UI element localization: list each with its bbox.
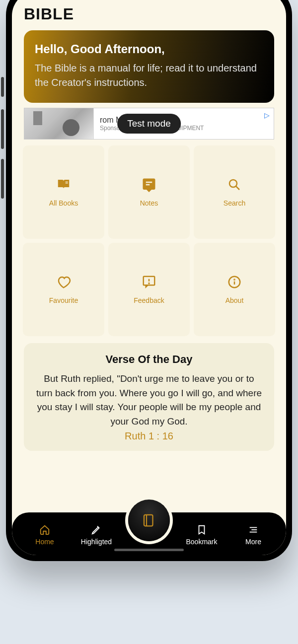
- book-open-icon: [56, 177, 71, 192]
- verse-of-the-day-card: Verse Of the Day But Ruth replied, "Don'…: [24, 343, 274, 451]
- nav-label: Home: [35, 538, 54, 546]
- app-screen: BIBLE Hello, Good Afternoon, The Bible i…: [12, 0, 286, 555]
- pencil-icon: [91, 524, 102, 535]
- device-frame: BIBLE Hello, Good Afternoon, The Bible i…: [6, 0, 292, 561]
- svg-point-0: [229, 180, 237, 187]
- nav-label: Highligted: [81, 538, 112, 546]
- ad-banner[interactable]: rom Mexico... Sponsored by · FITNESS EQU…: [24, 108, 274, 140]
- notes-tile[interactable]: Notes: [108, 145, 190, 239]
- feedback-icon: [142, 275, 156, 289]
- nav-label: More: [245, 538, 261, 546]
- nav-bookmark[interactable]: Bookmark: [183, 524, 221, 546]
- tile-label: Feedback: [134, 296, 164, 304]
- more-icon: [248, 524, 259, 535]
- volume-up-button: [1, 77, 4, 97]
- adchoices-icon[interactable]: ▷: [264, 111, 270, 119]
- tile-label: All Books: [49, 199, 78, 207]
- nav-more[interactable]: More: [234, 524, 272, 546]
- tile-label: About: [225, 296, 244, 304]
- svg-point-7: [234, 279, 234, 280]
- test-mode-badge: Test mode: [117, 114, 181, 134]
- side-button: [1, 159, 4, 199]
- verse-title: Verse Of the Day: [35, 353, 263, 366]
- svg-rect-9: [251, 529, 257, 530]
- info-icon: [227, 275, 242, 289]
- bookmark-icon: [196, 524, 207, 535]
- volume-down-button: [1, 109, 4, 149]
- ad-image: [24, 108, 94, 139]
- nav-label: Bookmark: [186, 538, 217, 546]
- tile-label: Search: [224, 199, 245, 207]
- greeting-subtitle: The Bible is a manual for life; read it …: [35, 61, 263, 90]
- menu-grid: All Books Notes Search Favourite Feedbac…: [23, 145, 275, 336]
- home-icon: [39, 524, 50, 535]
- svg-rect-10: [250, 531, 257, 532]
- notes-icon: [142, 177, 156, 192]
- favourite-tile[interactable]: Favourite: [23, 243, 104, 336]
- heart-icon: [56, 275, 71, 289]
- about-tile[interactable]: About: [194, 243, 275, 336]
- tile-label: Favourite: [49, 296, 78, 304]
- feedback-tile[interactable]: Feedback: [108, 243, 190, 336]
- svg-point-4: [149, 283, 149, 284]
- verse-text: But Ruth replied, "Don't urge me to leav…: [35, 372, 263, 429]
- book-icon: [142, 513, 156, 528]
- nav-highlighted[interactable]: Highligted: [77, 524, 115, 546]
- nav-home[interactable]: Home: [26, 524, 64, 546]
- search-icon: [227, 177, 242, 192]
- greeting-card: Hello, Good Afternoon, The Bible is a ma…: [24, 30, 274, 103]
- svg-rect-8: [250, 527, 257, 528]
- app-title: BIBLE: [24, 5, 286, 23]
- home-indicator[interactable]: [114, 549, 184, 551]
- greeting-text: Hello, Good Afternoon,: [35, 42, 263, 56]
- svg-line-1: [236, 186, 239, 190]
- verse-reference: Ruth 1 : 16: [35, 430, 263, 442]
- tile-label: Notes: [140, 199, 158, 207]
- all-books-tile[interactable]: All Books: [23, 145, 104, 239]
- fab-read-button[interactable]: [128, 500, 170, 541]
- search-tile[interactable]: Search: [194, 145, 275, 239]
